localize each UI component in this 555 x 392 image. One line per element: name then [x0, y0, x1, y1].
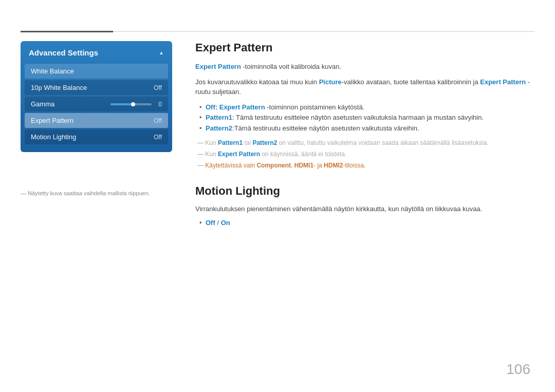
sidebar-item-white-balance[interactable]: White Balance: [25, 64, 168, 79]
ml-on: On: [221, 219, 230, 227]
motion-lighting-desc: Virrankulutuksen pienentäminen vähentämä…: [195, 204, 534, 214]
intro2-highlight2: Expert Pattern: [480, 78, 526, 86]
sidebar-item-expert-pattern[interactable]: Expert Pattern Off: [25, 113, 168, 128]
gamma-thumb: [131, 102, 135, 106]
sidebar-item-value: Off: [154, 84, 162, 91]
top-divider: [21, 31, 534, 32]
note1-suffix: on valittu, haluttu vaikutelma voidaan s…: [277, 139, 489, 146]
sidebar-item-label: Gamma: [31, 100, 54, 108]
expert-pattern-intro1: Expert Pattern -toiminnolla voit kalibro…: [195, 62, 534, 72]
ml-bullet-off-on: Off / On: [199, 218, 534, 229]
note3-mid: ,: [291, 162, 294, 169]
motion-lighting-bullets: Off / On: [195, 218, 534, 229]
sidebar-arrow-icon: ▲: [159, 50, 164, 55]
note1-mid: tai: [243, 139, 252, 146]
intro2-prefix: Jos kuvaruutuvalikko katoaa tai muu kuin: [195, 78, 319, 86]
bullet-p1-bold: Pattern1: [206, 114, 232, 121]
expert-pattern-intro2: Jos kuvaruutuvalikko katoaa tai muu kuin…: [195, 77, 534, 97]
sidebar-item-gamma[interactable]: Gamma 0: [25, 97, 168, 111]
intro1-suffix: -toiminnolla voit kalibroida kuvan.: [241, 63, 341, 70]
note2-suffix: on käynnissä, ääntä ei toisteta.: [260, 151, 346, 158]
gamma-slider-area[interactable]: 0: [110, 101, 162, 108]
note2: Kun Expert Pattern on käynnissä, ääntä e…: [197, 150, 534, 159]
bullet-off-rest: -toiminnon poistaminen käytöstä.: [265, 103, 365, 111]
intro1-highlight: Expert Pattern: [195, 63, 241, 70]
note2-prefix: Kun: [205, 151, 218, 158]
main-content: Expert Pattern Expert Pattern -toiminnol…: [195, 41, 534, 229]
ml-sep: /: [215, 219, 221, 227]
sidebar-item-label: 10p White Balance: [31, 84, 87, 91]
sidebar-item-value: Off: [154, 134, 162, 141]
top-line-light: [113, 31, 534, 32]
note1-prefix: Kun: [205, 139, 218, 146]
intro2-mid: -valikko avataan, tuote tallentaa kalibr…: [342, 78, 480, 86]
note3-h3: HDMI2: [324, 162, 343, 169]
page-number: 106: [506, 361, 530, 378]
bullet-off: Off: Expert Pattern -toiminnon poistamin…: [199, 102, 534, 113]
bullet-p2-bold: Pattern2: [206, 124, 232, 132]
note1: Kun Pattern1 tai Pattern2 on valittu, ha…: [197, 138, 534, 147]
ml-off: Off: [206, 219, 215, 227]
sidebar-item-10p-white-balance[interactable]: 10p White Balance Off: [25, 80, 168, 95]
note3-prefix: Käytettävissä vain: [205, 162, 256, 169]
top-line-dark: [21, 31, 113, 32]
sidebar-item-label: Expert Pattern: [31, 117, 73, 124]
sidebar-item-value: Off: [154, 117, 162, 124]
note1-h2: Pattern2: [252, 139, 277, 146]
sidebar-item-label: White Balance: [31, 67, 74, 75]
bullet-p2-rest: :Tämä testiruutu esittelee näytön asetus…: [232, 124, 419, 132]
note3-h2: HDMI1: [294, 162, 313, 169]
note1-h1: Pattern1: [218, 139, 243, 146]
sidebar-note: — Näytetty kuva saattaa vaihdella mallis…: [21, 190, 150, 196]
motion-lighting-title: Motion Lighting: [195, 184, 534, 198]
note2-highlight: Expert Pattern: [218, 151, 260, 158]
bullet-pattern2: Pattern2:Tämä testiruutu esittelee näytö…: [199, 123, 534, 134]
intro2-highlight1: Picture: [319, 78, 342, 86]
note3-suffix: -tiloissa.: [343, 162, 365, 169]
sidebar-header: Advanced Settings ▲: [21, 41, 172, 62]
note3-h1: Component: [256, 162, 291, 169]
gamma-track[interactable]: [110, 103, 152, 105]
gamma-fill: [110, 103, 133, 105]
note3: Käytettävissä vain Component, HDMI1- ja …: [197, 161, 534, 170]
gamma-value: 0: [156, 101, 162, 108]
bullet-p1-rest: : Tämä testiruutu esittelee näytön asetu…: [232, 114, 484, 121]
sidebar-title: Advanced Settings: [29, 48, 98, 57]
advanced-settings-panel: Advanced Settings ▲ White Balance 10p Wh…: [21, 41, 172, 152]
note3-mid2: - ja: [313, 162, 324, 169]
expert-pattern-bullets: Off: Expert Pattern -toiminnon poistamin…: [195, 102, 534, 134]
expert-pattern-title: Expert Pattern: [195, 41, 534, 54]
sidebar-item-label: Motion Lighting: [31, 133, 76, 141]
sidebar-item-motion-lighting[interactable]: Motion Lighting Off: [25, 129, 168, 144]
bullet-pattern1: Pattern1: Tämä testiruutu esittelee näyt…: [199, 113, 534, 123]
bullet-off-bold: Off: Expert Pattern: [206, 103, 265, 111]
